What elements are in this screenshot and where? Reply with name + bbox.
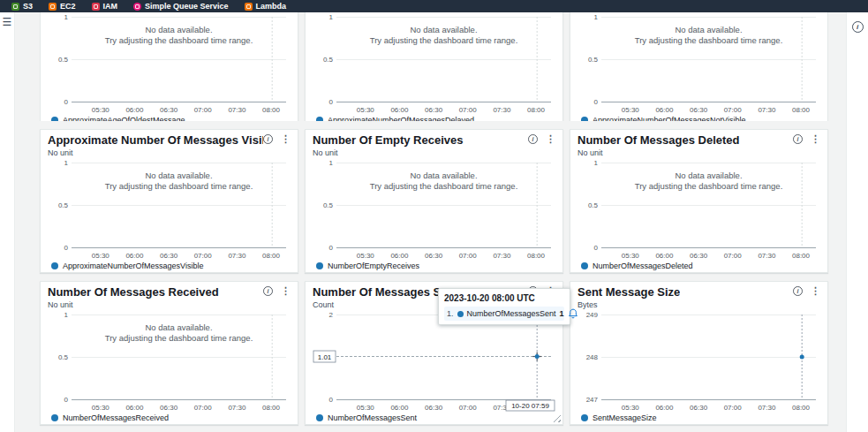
chart-legend[interactable]: SentMessageSize [570,413,827,422]
hover-y-value-label: 1.01 [318,353,332,361]
legend-color-dot [51,262,58,269]
tooltip-series-value: 1 [560,309,564,318]
favorite-service-shortcut[interactable]: EC2 [41,0,84,12]
chart-legend[interactable]: ApproximateAgeOfOldestMessage [41,116,298,121]
chart-legend[interactable]: NumberOfMessagesDeleted [570,261,827,270]
chart-title: Number Of Empty Receives [313,134,464,147]
x-tick-label: 07:30 [758,404,776,412]
chart-plot-area[interactable]: 10.5005:3006:0006:3007:0007:3008:00No da… [313,157,557,261]
y-tick-label: 0 [594,244,599,252]
favorite-service-shortcut[interactable]: IAM [84,0,126,12]
favorite-service-shortcut[interactable]: Simple Queue Service [125,0,237,12]
no-data-message-line2: Try adjusting the dashboard time range. [370,35,518,45]
info-icon[interactable]: i [263,134,273,144]
widget-menu-icon[interactable]: ⋮ [281,134,291,144]
chart-title: Number Of Messages Received [48,286,219,299]
widget-menu-icon[interactable]: ⋮ [811,286,820,296]
y-tick-label: 0.5 [58,353,69,361]
x-tick-label: 06:30 [690,106,708,114]
y-tick-label: 0 [64,244,69,252]
chart-legend[interactable]: NumberOfEmptyReceives [306,261,562,270]
info-icon[interactable]: i [263,286,273,296]
x-tick-label: 06:00 [125,404,144,412]
no-data-message-line2: Try adjusting the dashboard time range. [635,35,783,45]
x-tick-label: 08:00 [262,106,281,114]
chart-legend[interactable]: NumberOfMessagesSent [306,413,562,422]
y-axis-unit-label: Bytes [577,300,827,309]
x-tick-label: 05:30 [622,106,640,114]
chart-legend[interactable]: ApproximateNumberOfMessagesNotVisible [570,116,827,121]
legend-series-name: NumberOfMessagesSent [328,413,417,422]
chart-plot-area[interactable]: 10.5005:3006:0006:3007:0007:3008:00No da… [577,12,822,116]
info-icon[interactable]: i [852,21,864,33]
x-tick-label: 07:00 [459,106,478,114]
widget-menu-icon[interactable]: ⋮ [811,134,820,144]
y-axis-unit-label: No unit [48,148,298,157]
x-tick-label: 07:00 [724,106,743,114]
x-tick-label: 07:00 [194,404,213,412]
chart-plot-area[interactable]: 10.5005:3006:0006:3007:0007:3008:00No da… [48,12,292,116]
y-tick-label: 1 [64,159,69,167]
favorite-service-shortcut[interactable]: S3 [4,0,41,12]
chart-plot-area[interactable]: 24924824705:3006:0006:3007:0007:3008:00 [577,309,822,413]
x-tick-label: 07:30 [758,106,776,114]
chart-plot-area[interactable]: 10.5005:3006:0006:3007:0007:3008:00No da… [48,309,292,413]
legend-color-dot [51,117,58,121]
x-tick-label: 06:00 [390,106,409,114]
service-icon [11,3,19,11]
chart-header-icons: i ⋮ [793,134,820,144]
hamburger-menu-icon[interactable]: ☰ [2,17,13,27]
y-tick-label: 248 [586,353,599,361]
x-tick-label: 06:30 [160,106,178,114]
info-icon[interactable]: i [793,134,803,144]
tooltip-series-row[interactable]: 1. NumberOfMessagesSent 1 [444,307,564,321]
y-tick-label: 1 [594,159,599,167]
info-icon[interactable]: i [793,286,803,296]
y-tick-label: 0.5 [58,56,69,64]
legend-series-name: NumberOfMessagesDeleted [593,261,693,270]
x-tick-label: 06:30 [160,404,178,412]
x-tick-label: 07:00 [194,106,213,114]
chart-widget: i ⋮ 10.5005:3006:0006:3007:0007:3008:00N… [570,12,828,121]
chart-plot-area[interactable]: 10.5005:3006:0006:3007:0007:3008:00No da… [48,157,292,261]
service-icon [245,3,253,11]
chart-header: Sent Message Size i ⋮ [570,282,827,299]
no-data-message-line2: Try adjusting the dashboard time range. [105,181,253,191]
aws-console-screen: S3 EC2 IAM Simple Queue Service Lambda ☰… [0,0,868,432]
x-tick-label: 06:00 [390,252,409,260]
data-point [535,354,540,359]
x-tick-label: 05:30 [92,252,110,260]
chart-header: Number Of Messages Deleted i ⋮ [570,130,827,147]
legend-color-dot [581,262,588,269]
widget-menu-icon[interactable]: ⋮ [546,134,555,144]
x-tick-label: 06:00 [390,404,409,412]
chart-legend[interactable]: NumberOfMessagesReceived [41,413,298,422]
widget-menu-icon[interactable]: ⋮ [281,286,291,296]
left-sidebar-rail: ☰ [0,12,15,432]
legend-color-dot [316,117,323,121]
chart-plot-area[interactable]: 10.5005:3006:0006:3007:0007:3008:00No da… [577,157,822,261]
chart-widget: Number Of Empty Receives i ⋮ No unit 10.… [305,129,563,273]
x-tick-label: 07:30 [228,404,246,412]
chart-header: Approximate Number Of Messages Visible i… [41,130,298,147]
chart-legend[interactable]: ApproximateNumberOfMessagesVisible [41,261,298,270]
chart-widget: i ⋮ 10.5005:3006:0006:3007:0007:3008:00N… [305,12,563,121]
x-tick-label: 07:00 [459,252,478,260]
chart-header-icons: i ⋮ [528,134,555,144]
no-data-message-line1: No data available. [145,25,212,34]
favorite-service-shortcut[interactable]: Lambda [237,0,295,12]
legend-color-dot [316,414,323,421]
y-axis-unit-label: No unit [313,148,562,157]
info-icon[interactable]: i [528,134,538,144]
chart-header-icons: i ⋮ [263,286,291,296]
create-alarm-bell-icon[interactable] [568,308,578,319]
x-tick-label: 07:30 [228,252,246,260]
dashboard-row-1: i ⋮ 10.5005:3006:0006:3007:0007:3008:00N… [40,12,828,121]
chart-header-icons: i ⋮ [263,134,291,144]
chart-plot-area[interactable]: 10.5005:3006:0006:3007:0007:3008:00No da… [313,12,557,116]
chart-hover-tooltip: 2023-10-20 08:00 UTC 1. NumberOfMessages… [438,288,570,325]
no-data-message-line1: No data available. [675,171,742,180]
chart-legend[interactable]: ApproximateNumberOfMessagesDelayed [306,116,562,121]
service-icon [49,3,57,11]
chart-widget: Approximate Number Of Messages Visible i… [40,129,298,273]
